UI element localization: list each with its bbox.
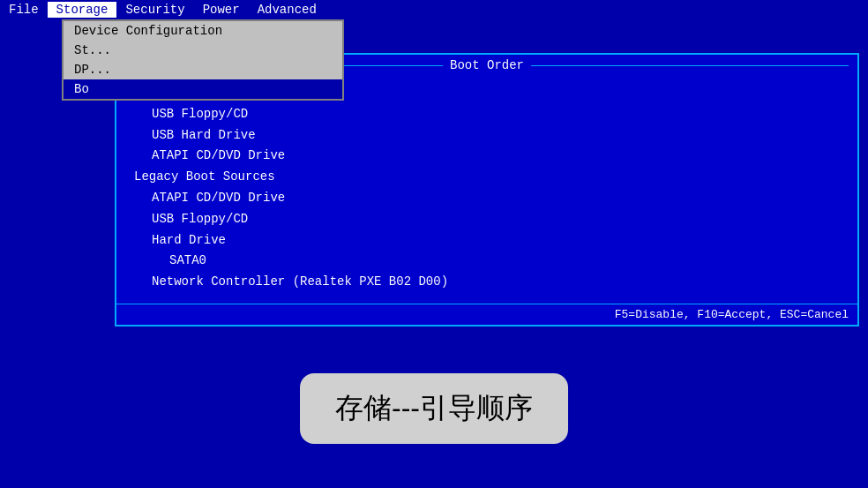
dropdown-st[interactable]: St... <box>64 41 342 60</box>
boot-item-network[interactable]: Network Controller (Realtek PXE B02 D00) <box>134 272 840 293</box>
dropdown-device-config[interactable]: Device Configuration <box>64 21 342 41</box>
boot-item-legacy-sources[interactable]: Legacy Boot Sources <box>134 167 840 188</box>
menu-file[interactable]: File <box>0 2 48 18</box>
boot-item-usb-floppy-legacy[interactable]: USB Floppy/CD <box>134 209 840 230</box>
menu-bar: File Storage Security Power Advanced <box>0 0 868 19</box>
boot-item-hard-drive[interactable]: Hard Drive <box>134 230 840 252</box>
menu-security[interactable]: Security <box>116 2 193 18</box>
dropdown-bo[interactable]: Bo <box>64 79 342 99</box>
boot-order-footer: F5=Disable, F10=Accept, ESC=Cancel <box>116 304 857 325</box>
boot-item-usb-hard-drive[interactable]: USB Hard Drive <box>134 125 840 146</box>
menu-storage[interactable]: Storage <box>48 2 117 18</box>
boot-item-sata0[interactable]: SATA0 <box>134 251 840 272</box>
boot-order-content: ▶UEFI Boot Sources USB Floppy/CD USB Har… <box>116 76 857 304</box>
menu-power[interactable]: Power <box>194 2 249 18</box>
boot-item-atapi-uefi[interactable]: ATAPI CD/DVD Drive <box>134 146 840 167</box>
dropdown-dp[interactable]: DP... <box>64 60 342 79</box>
boot-item-usb-floppy-uefi[interactable]: USB Floppy/CD <box>134 104 840 125</box>
chinese-label: 存储---引导顺序 <box>300 373 568 444</box>
boot-item-atapi-legacy[interactable]: ATAPI CD/DVD Drive <box>134 188 840 209</box>
storage-dropdown: Device Configuration St... DP... Bo <box>62 19 344 101</box>
menu-advanced[interactable]: Advanced <box>249 2 326 18</box>
